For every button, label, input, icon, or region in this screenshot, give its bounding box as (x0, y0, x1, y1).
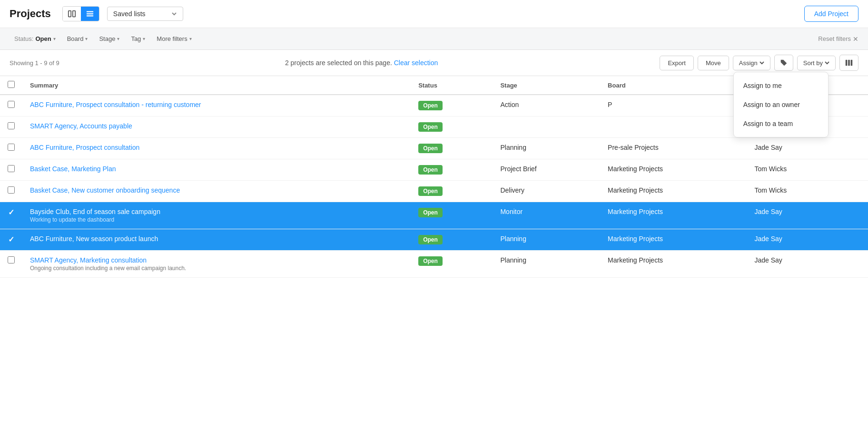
project-link[interactable]: SMART Agency, Marketing consultation (30, 256, 147, 264)
row-checkbox[interactable] (8, 256, 15, 263)
assign-label: Assign (739, 59, 758, 67)
tag-icon (779, 58, 788, 67)
sort-by-button[interactable]: Sort by (797, 56, 836, 70)
status-chevron-icon: ▾ (53, 36, 56, 41)
table-row: ✓Bayside Club, End of season sale campai… (0, 202, 868, 229)
project-link[interactable]: SMART Agency, Accounts payable (30, 122, 132, 130)
row-checkbox[interactable] (8, 165, 15, 172)
row-stage: Planning (493, 138, 600, 159)
status-badge: Open (418, 256, 443, 266)
more-filters[interactable]: More filters ▾ (152, 33, 196, 45)
row-owner: Jade Say (747, 202, 868, 229)
stage-header: Stage (493, 76, 600, 95)
close-icon: ✕ (853, 35, 858, 43)
row-status: Open (411, 202, 493, 229)
assign-chevron-icon (760, 60, 764, 65)
row-checkbox[interactable] (8, 186, 15, 194)
status-badge: Open (418, 208, 443, 217)
row-checkbox-cell (0, 117, 22, 138)
tag-filter[interactable]: Tag ▾ (126, 33, 150, 45)
row-board (600, 117, 747, 138)
saved-lists-label: Saved lists (113, 10, 168, 18)
list-view-btn[interactable] (81, 7, 99, 21)
row-status: Open (411, 117, 493, 138)
showing-count: Showing 1 - 9 of 9 (10, 59, 59, 67)
more-filters-label: More filters (157, 35, 187, 42)
board-filter-label: Board (67, 35, 84, 42)
add-project-button[interactable]: Add Project (804, 6, 858, 22)
select-all-checkbox[interactable] (8, 81, 15, 88)
status-badge: Open (418, 101, 443, 110)
status-filter-value: Open (35, 35, 51, 42)
row-subtext: Ongoing consultation including a new ema… (30, 265, 403, 272)
svg-rect-2 (87, 11, 93, 12)
board-header: Board (600, 76, 747, 95)
assign-button[interactable]: Assign Assign to me Assign to an owner A… (733, 56, 770, 70)
select-all-header[interactable] (0, 76, 22, 95)
move-button[interactable]: Move (698, 56, 729, 70)
row-board: Marketing Projects (600, 159, 747, 181)
row-stage: Planning (493, 251, 600, 278)
row-checkbox[interactable] (8, 101, 15, 108)
app-title: Projects (10, 8, 51, 20)
saved-lists-dropdown[interactable]: Saved lists (107, 7, 183, 21)
row-summary: Basket Case, Marketing Plan (22, 159, 411, 181)
status-badge: Open (418, 186, 443, 196)
clear-selection-link[interactable]: Clear selection (394, 59, 438, 67)
row-stage: Monitor (493, 202, 600, 229)
row-checkbox[interactable] (8, 144, 15, 151)
row-checkbox[interactable] (8, 122, 15, 129)
row-checkbox-cell: ✓ (0, 229, 22, 251)
assign-dropdown: Assign to me Assign to an owner Assign t… (733, 72, 829, 137)
reset-filters-button[interactable]: Reset filters ✕ (818, 35, 858, 43)
kanban-view-btn[interactable] (63, 7, 81, 21)
tag-button[interactable] (774, 55, 793, 71)
svg-rect-5 (846, 60, 848, 66)
row-summary: ABC Furniture, New season product launch (22, 229, 411, 251)
assign-to-owner-item[interactable]: Assign to an owner (734, 95, 828, 114)
svg-rect-1 (73, 11, 75, 17)
top-header: Projects Saved lists Add Project (0, 0, 868, 28)
status-header: Status (411, 76, 493, 95)
export-button[interactable]: Export (660, 56, 694, 70)
row-checkbox-cell (0, 159, 22, 181)
row-summary: ABC Furniture, Prospect consultation - r… (22, 95, 411, 117)
row-stage: Action (493, 95, 600, 117)
view-toggle (62, 6, 99, 21)
board-chevron-icon: ▾ (85, 36, 88, 41)
svg-rect-4 (87, 15, 93, 16)
table-row: SMART Agency, Marketing consultationOngo… (0, 251, 868, 278)
stage-filter[interactable]: Stage ▾ (94, 33, 124, 45)
check-icon: ✓ (8, 235, 14, 243)
row-checkbox-cell: ✓ (0, 202, 22, 229)
status-filter[interactable]: Status: Open ▾ (10, 33, 60, 45)
assign-to-me-item[interactable]: Assign to me (734, 76, 828, 95)
row-board: Marketing Projects (600, 229, 747, 251)
summary-header: Summary (22, 76, 411, 95)
row-subtext: Working to update the dashboard (30, 216, 403, 223)
tag-chevron-icon: ▾ (143, 36, 145, 41)
project-link[interactable]: Basket Case, Marketing Plan (30, 165, 116, 173)
project-link[interactable]: ABC Furniture, Prospect consultation (30, 144, 139, 151)
row-summary: SMART Agency, Marketing consultationOngo… (22, 251, 411, 278)
assign-to-team-item[interactable]: Assign to a team (734, 114, 828, 133)
row-summary: Bayside Club, End of season sale campaig… (22, 202, 411, 229)
check-icon: ✓ (8, 208, 14, 216)
status-filter-label: Status: (14, 35, 33, 42)
row-status: Open (411, 159, 493, 181)
project-link[interactable]: ABC Furniture, Prospect consultation - r… (30, 101, 201, 108)
row-checkbox-cell (0, 181, 22, 202)
row-stage: Project Brief (493, 159, 600, 181)
row-summary: ABC Furniture, Prospect consultation (22, 138, 411, 159)
sort-chevron-icon (825, 60, 829, 65)
project-title: Bayside Club, End of season sale campaig… (30, 208, 160, 215)
board-filter[interactable]: Board ▾ (62, 33, 93, 45)
project-link[interactable]: Basket Case, New customer onboarding seq… (30, 186, 180, 194)
row-owner: Tom Wicks (747, 181, 868, 202)
columns-button[interactable] (839, 55, 858, 71)
row-owner: Jade Say (747, 229, 868, 251)
row-stage (493, 117, 600, 138)
table-row: ✓ABC Furniture, New season product launc… (0, 229, 868, 251)
row-checkbox-cell (0, 251, 22, 278)
row-checkbox-cell (0, 95, 22, 117)
